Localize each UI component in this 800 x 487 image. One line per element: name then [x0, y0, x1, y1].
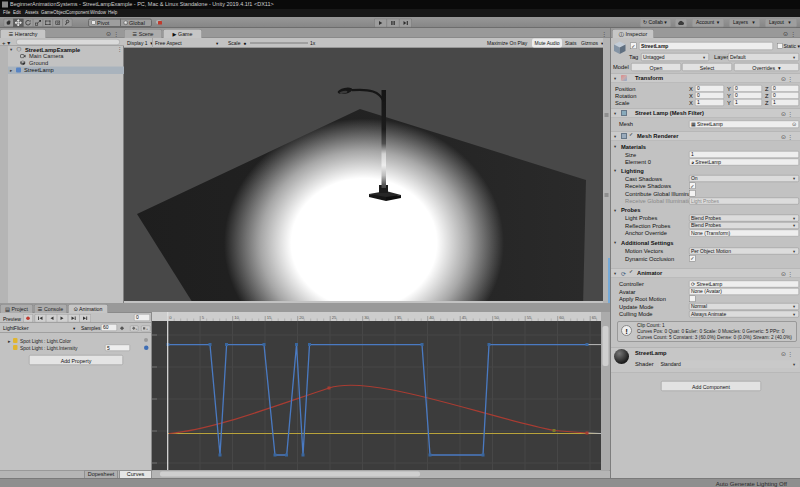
- svg-text:10: 10: [234, 315, 239, 320]
- svg-text:30: 30: [364, 315, 369, 320]
- svg-text:15: 15: [267, 315, 272, 320]
- svg-text:60: 60: [559, 315, 564, 320]
- svg-text:65: 65: [592, 315, 597, 320]
- svg-text:+: +: [136, 327, 138, 331]
- svg-text:40: 40: [429, 315, 434, 320]
- svg-text:55: 55: [527, 315, 532, 320]
- svg-text:35: 35: [397, 315, 402, 320]
- svg-text:20: 20: [299, 315, 304, 320]
- svg-text:+: +: [146, 327, 148, 331]
- svg-text:25: 25: [332, 315, 337, 320]
- svg-text:45: 45: [462, 315, 467, 320]
- svg-text:50: 50: [494, 315, 499, 320]
